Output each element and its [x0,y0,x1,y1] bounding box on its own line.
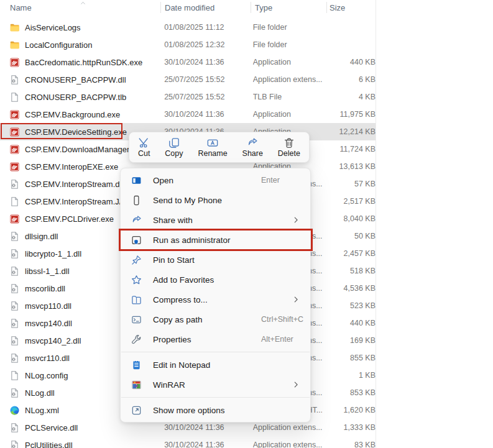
toolbar-action[interactable]: Copy [165,137,183,158]
dll-icon [9,249,20,259]
toolbar-action[interactable]: Cut [138,137,150,158]
menu-item-label: Show more options [153,406,225,415]
file-name: LocalConfiguration [25,40,92,50]
file-type: Application [253,58,323,66]
file-size: 440 KB [322,58,376,66]
chevron-right-icon [292,295,300,304]
application-icon [9,214,20,224]
dll-icon [9,353,20,363]
phone-icon [131,195,142,206]
file-row[interactable]: AisServiceLogs 01/08/2025 11:12 File fol… [0,19,376,36]
file-name: msvcp110.dll [25,301,71,311]
show-more-icon [131,405,142,416]
dll-icon [9,283,20,294]
file-date-modified: 30/10/2024 11:36 [159,441,253,448]
file-name: CSP.EMV.PCLDriver.exe [25,214,114,224]
chevron-right-icon [292,380,300,389]
file-size: 1,333 KB [322,423,376,432]
menu-item-shortcut: Alt+Enter [261,335,293,344]
run-as-administrator-icon [131,235,142,245]
context-menu-item[interactable]: Send to My Phone [123,190,308,210]
copy-icon [168,137,180,149]
file-date-modified: 30/10/2024 11:36 [159,110,253,119]
file-icon [9,370,20,381]
file-name: CSP.EMV.DownloadManager.ex [25,145,140,154]
toolbar-action[interactable]: Rename [198,137,227,158]
file-icon [9,196,20,207]
context-menu-item[interactable]: Run as administrator [123,230,308,250]
column-divider[interactable] [160,2,161,13]
column-header-size[interactable]: Size [329,3,345,12]
file-size: 13,613 KB [322,162,376,171]
chevron-right-icon [292,216,300,224]
dll-icon [9,423,20,433]
menu-item-label: Edit in Notepad [153,360,210,370]
file-icon [9,92,20,103]
context-menu-item[interactable]: Compress to... [123,290,308,309]
share-with-icon [131,215,142,226]
file-row[interactable]: PclUtilities.dll 30/10/2024 11:36 Applic… [0,436,376,448]
file-name: PclUtilities.dll [25,441,73,448]
file-name: NLog.dll [25,388,55,398]
menu-item-label: Send to My Phone [153,196,222,205]
application-icon [9,144,20,155]
column-header-name[interactable]: Name [10,3,32,12]
menu-separator [121,352,310,352]
toolbar-action-label: Rename [198,149,227,158]
context-menu-item[interactable]: Share with [123,210,308,230]
file-name: CSP.EMV.InteropStream.JAR [25,197,131,206]
file-name: mscorlib.dll [25,284,65,293]
trash-icon [283,137,295,149]
file-size: 855 KB [322,354,376,362]
folder-icon [9,40,20,50]
context-menu-item[interactable]: Properties Alt+Enter [123,329,308,349]
context-menu-item[interactable]: WinRAR [123,375,308,395]
zip-folder-icon [131,295,142,305]
context-menu: Open Enter Send to My Phone Share with [120,168,311,423]
file-size: 57 KB [322,180,376,188]
file-size: 169 KB [322,336,376,345]
file-name: msvcr110.dll [25,354,70,363]
file-row[interactable]: CSP.EMV.Background.exe 30/10/2024 11:36 … [0,106,376,123]
column-header-type[interactable]: Type [255,3,272,12]
context-menu-item[interactable]: Copy as path Ctrl+Shift+C [123,309,308,329]
column-header-date-modified[interactable]: Date modified [165,3,214,12]
menu-separator [121,397,310,398]
file-type: Application [253,110,323,119]
file-date-modified: 01/08/2025 12:32 [159,40,253,49]
file-size: 1 KB [322,371,376,380]
file-size: 11,975 KB [322,110,376,119]
dll-icon [9,179,20,190]
context-menu-item[interactable]: Edit in Notepad [123,355,308,375]
file-type: Application extens... [253,423,323,432]
dll-icon [9,318,20,329]
file-row[interactable]: CRONUSERP_BACPPW.tlb 25/07/2025 15:52 TL… [0,88,376,106]
dll-icon [9,301,20,311]
application-icon [9,109,20,120]
file-row[interactable]: CRONUSERP_BACPPW.dll 25/07/2025 15:52 Ap… [0,71,376,88]
share-icon [247,137,258,149]
toolbar-action[interactable]: Delete [278,137,300,158]
column-divider[interactable] [251,2,251,13]
file-name: CSP.EMV.InteropEXE.exe [25,162,118,171]
file-name: CSP.EMV.DeviceSetting.exe [25,127,127,137]
dll-icon [9,336,20,346]
file-row[interactable]: BacCredomatic.httpRunSDK.exe 30/10/2024 … [0,53,376,71]
wrench-icon [131,334,142,345]
file-row[interactable]: LocalConfiguration 01/08/2025 12:32 File… [0,36,376,53]
file-type: File folder [253,40,323,49]
file-explorer-window: Name Date modified Type Size AisServiceL… [0,0,493,448]
column-divider[interactable] [326,2,327,13]
context-menu-item[interactable]: Pin to Start [123,250,308,270]
file-size: 2,517 KB [322,197,376,206]
file-date-modified: 25/07/2025 15:52 [159,93,253,101]
column-header-row: Name Date modified Type Size [0,0,376,17]
context-menu-item[interactable]: Open Enter [123,170,308,190]
file-size: 440 KB [322,319,376,327]
file-size: 4 KB [322,93,376,101]
toolbar-action[interactable]: Share [242,137,263,158]
file-date-modified: 25/07/2025 15:52 [159,75,253,84]
context-menu-item[interactable]: Show more options [123,400,308,420]
context-menu-item[interactable]: Add to Favorites [123,270,308,290]
list-right-border [376,0,376,448]
